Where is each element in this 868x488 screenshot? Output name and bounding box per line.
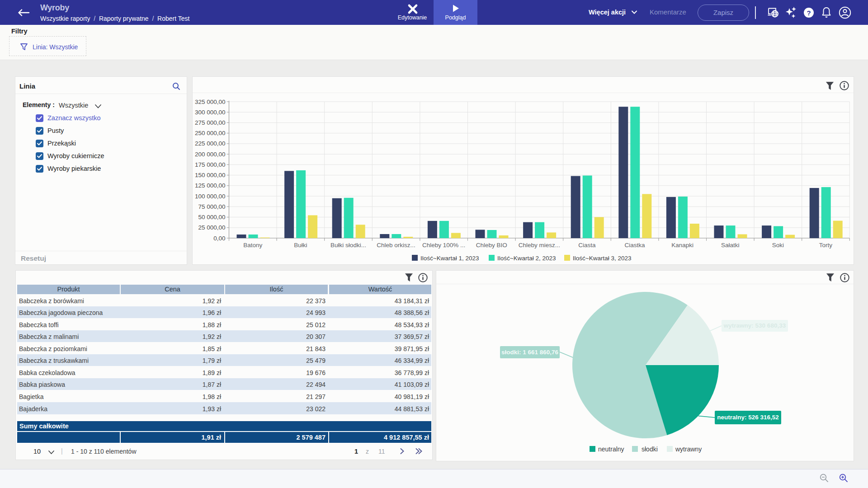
svg-text:325 000,00: 325 000,00	[195, 99, 226, 105]
svg-text:100 000,00: 100 000,00	[195, 193, 226, 200]
svg-text:Soki: Soki	[772, 242, 784, 249]
svg-text:Ciasta: Ciasta	[578, 242, 596, 249]
svg-text:50 000,00: 50 000,00	[198, 214, 225, 221]
svg-text:Ilość~Kwartał 1, 2023: Ilość~Kwartał 1, 2023	[420, 255, 479, 262]
svg-text:Sałatki: Sałatki	[721, 242, 740, 249]
svg-text:Chleby BIO: Chleby BIO	[476, 242, 507, 249]
svg-text:Torty: Torty	[819, 242, 833, 249]
svg-text:Chleby 100% ...: Chleby 100% ...	[422, 242, 465, 249]
svg-text:250 000,00: 250 000,00	[195, 130, 226, 136]
svg-text:300 000,00: 300 000,00	[195, 109, 226, 116]
svg-text:225 000,00: 225 000,00	[195, 140, 226, 147]
svg-text:125 000,00: 125 000,00	[195, 182, 226, 189]
svg-text:?: ?	[807, 9, 811, 17]
svg-text:Bułki słodki...: Bułki słodki...	[330, 242, 366, 249]
svg-text:Ilość~Kwartał 3, 2023: Ilość~Kwartał 3, 2023	[573, 255, 631, 262]
svg-text:Chleby miesz...: Chleby miesz...	[519, 242, 560, 249]
svg-text:150 000,00: 150 000,00	[195, 172, 226, 178]
svg-text:0,00: 0,00	[213, 235, 225, 242]
svg-text:275 000,00: 275 000,00	[195, 119, 226, 126]
svg-text:200 000,00: 200 000,00	[195, 151, 226, 158]
svg-text:Chleb orkisz...: Chleb orkisz...	[377, 242, 415, 249]
svg-text:25 000,00: 25 000,00	[198, 224, 225, 231]
svg-text:Ciastka: Ciastka	[625, 242, 646, 249]
svg-text:Bułki: Bułki	[294, 242, 307, 249]
svg-text:75 000,00: 75 000,00	[198, 203, 225, 210]
svg-text:Kanapki: Kanapki	[671, 242, 693, 249]
svg-text:Batony: Batony	[243, 242, 262, 249]
svg-text:Ilość~Kwartał 2, 2023: Ilość~Kwartał 2, 2023	[497, 255, 556, 262]
svg-text:175 000,00: 175 000,00	[195, 161, 226, 168]
